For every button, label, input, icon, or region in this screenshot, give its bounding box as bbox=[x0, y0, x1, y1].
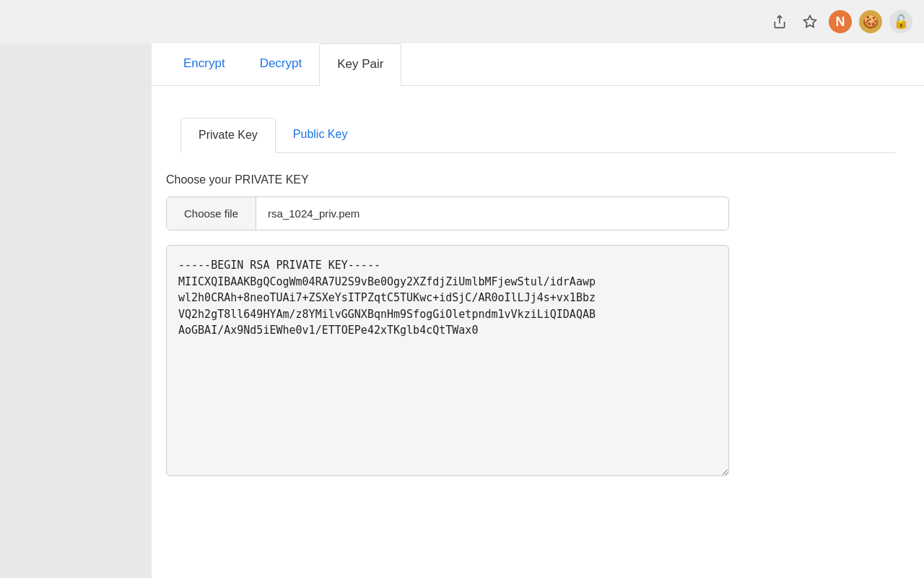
section-label-private: Choose your PRIVATE KEY bbox=[166, 173, 910, 186]
top-tabs: Encrypt Decrypt Key Pair bbox=[152, 43, 924, 86]
cookie-icon[interactable]: 🍪 bbox=[859, 10, 882, 33]
file-name-display: rsa_1024_priv.pem bbox=[256, 197, 728, 230]
sub-tabs: Private Key Public Key bbox=[180, 118, 895, 153]
star-icon[interactable] bbox=[798, 10, 821, 33]
n-extension-icon[interactable]: N bbox=[829, 10, 852, 33]
share-icon[interactable] bbox=[768, 10, 791, 33]
tab-keypair[interactable]: Key Pair bbox=[319, 43, 401, 86]
lock-icon[interactable]: 🔓 bbox=[889, 10, 912, 33]
file-input-row: Choose file rsa_1024_priv.pem bbox=[166, 197, 729, 230]
tab-decrypt[interactable]: Decrypt bbox=[243, 43, 320, 86]
tab-encrypt[interactable]: Encrypt bbox=[166, 43, 243, 86]
sidebar-left bbox=[0, 43, 152, 578]
choose-file-button[interactable]: Choose file bbox=[167, 197, 256, 230]
private-key-textarea[interactable] bbox=[166, 245, 729, 476]
private-key-section: Choose your PRIVATE KEY Choose file rsa_… bbox=[166, 173, 910, 479]
tab-public-key[interactable]: Public Key bbox=[276, 118, 365, 153]
svg-marker-1 bbox=[804, 16, 816, 27]
content-area: Private Key Public Key Choose your PRIVA… bbox=[152, 86, 924, 496]
browser-chrome: N 🍪 🔓 bbox=[0, 0, 924, 43]
tab-private-key[interactable]: Private Key bbox=[180, 118, 276, 153]
main-content: Encrypt Decrypt Key Pair Private Key Pub… bbox=[152, 43, 924, 578]
